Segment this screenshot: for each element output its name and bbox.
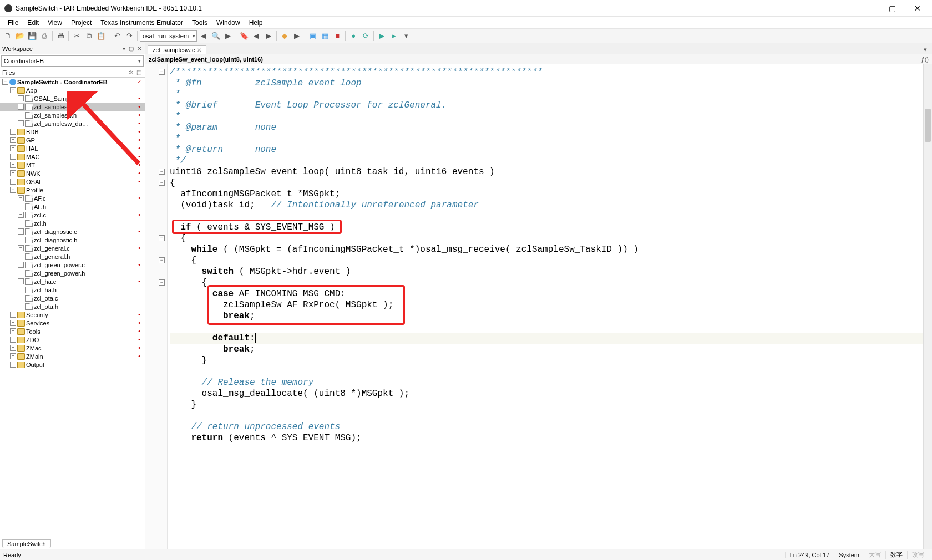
tree-item[interactable]: +ZMac•	[0, 344, 145, 352]
bookmark-prev-icon[interactable]: ◀	[251, 30, 262, 42]
ws-float-icon[interactable]: ▢	[128, 45, 135, 52]
tree-item[interactable]: zcl_ha.h	[0, 286, 145, 294]
tree-item[interactable]: +Security•	[0, 310, 145, 319]
tree-item[interactable]: +zcl_samplesw_da…•	[0, 119, 145, 128]
tree-toggle-icon[interactable]: +	[10, 137, 16, 143]
tab-close-icon[interactable]: ✕	[197, 47, 201, 53]
tree-toggle-icon[interactable]: +	[10, 154, 16, 160]
fold-toggle-icon[interactable]: −	[159, 235, 165, 241]
menu-file[interactable]: File	[3, 18, 23, 28]
gutter[interactable]: −−−−−−	[145, 64, 168, 549]
cut-icon[interactable]: ✂	[71, 30, 82, 42]
open-icon[interactable]: 📂	[14, 30, 26, 42]
debug-icon[interactable]: ⟳	[360, 30, 371, 42]
tree-item[interactable]: +zcl_diagnostic.c•	[0, 227, 145, 236]
code-line[interactable]: (void)task_id; // Intentionally unrefere…	[170, 200, 923, 211]
tree-item[interactable]: zcl_ota.c	[0, 294, 145, 302]
tree-item[interactable]: +GP•	[0, 136, 145, 144]
fold-toggle-icon[interactable]: −	[159, 169, 165, 175]
scrollbar-thumb[interactable]	[925, 109, 931, 142]
tree-toggle-icon[interactable]: +	[18, 104, 24, 110]
tree-item[interactable]: zcl_samplesw.h•	[0, 111, 145, 119]
tree-item[interactable]: +ZMain•	[0, 352, 145, 360]
tree-toggle-icon[interactable]: +	[10, 179, 16, 185]
tree-item[interactable]: +Tools•	[0, 327, 145, 335]
tree-item[interactable]: −Profile	[0, 186, 145, 194]
tree-item[interactable]: +Output	[0, 360, 145, 369]
save-all-icon[interactable]: ⎙	[39, 30, 50, 42]
tree-item[interactable]: AF.h	[0, 202, 145, 211]
files-cfg-icon[interactable]: ✲	[127, 69, 135, 75]
tree-item[interactable]: +zcl.c•	[0, 211, 145, 219]
menu-texas-instruments-emulator[interactable]: Texas Instruments Emulator	[96, 18, 188, 28]
workspace-tab[interactable]: SampleSwitch	[2, 539, 51, 548]
tree-toggle-icon[interactable]: +	[10, 162, 16, 168]
undo-icon[interactable]: ↶	[112, 30, 123, 42]
code-line[interactable]: *	[170, 133, 923, 144]
code-line[interactable]: {	[170, 255, 923, 266]
tree-toggle-icon[interactable]: +	[10, 362, 16, 368]
code-line[interactable]	[170, 366, 923, 377]
code-line[interactable]: }	[170, 399, 923, 410]
tree-item[interactable]: +BDB•	[0, 128, 145, 136]
editor-tab-active[interactable]: zcl_samplesw.c ✕	[148, 45, 206, 54]
function-nav-icon[interactable]: ƒ()	[921, 56, 929, 63]
download-icon[interactable]: ▶	[376, 30, 387, 42]
code-line[interactable]: *	[170, 89, 923, 100]
code-line[interactable]: // return unprocessed events	[170, 421, 923, 432]
tree-toggle-icon[interactable]: +	[10, 345, 16, 351]
breakpoint-icon[interactable]: ●	[348, 30, 359, 42]
code-line[interactable]: break;	[170, 344, 923, 355]
code-line[interactable]: *	[170, 111, 923, 122]
search-combo[interactable]: osal_run_system	[140, 30, 197, 42]
find-next-icon[interactable]: ▶	[222, 30, 234, 42]
tree-toggle-icon[interactable]: +	[10, 320, 16, 326]
tree-item[interactable]: +Services•	[0, 319, 145, 327]
vertical-scrollbar[interactable]	[923, 64, 932, 549]
fold-toggle-icon[interactable]: −	[159, 180, 165, 186]
maximize-button[interactable]: ▢	[884, 4, 900, 13]
tree-item[interactable]: zcl_general.h	[0, 252, 145, 261]
code-line[interactable]: uint16 zclSampleSw_event_loop( uint8 tas…	[170, 166, 923, 177]
tree-toggle-icon[interactable]: +	[10, 353, 16, 359]
tree-item[interactable]: zcl_green_power.h	[0, 269, 145, 277]
menu-tools[interactable]: Tools	[188, 18, 212, 28]
code-line[interactable]: * @brief Event Loop Processor for zclGen…	[170, 100, 923, 111]
close-button[interactable]: ✕	[910, 4, 925, 13]
tree-item[interactable]: +MT•	[0, 161, 145, 169]
download-debug-icon[interactable]: ▸	[388, 30, 399, 42]
menu-window[interactable]: Window	[212, 18, 245, 28]
tree-toggle-icon[interactable]: +	[10, 337, 16, 343]
tree-item[interactable]: +OSAL•	[0, 177, 145, 186]
tree-toggle-icon[interactable]: +	[10, 312, 16, 318]
tree-toggle-icon[interactable]: +	[18, 212, 24, 218]
code-line[interactable]: // Release the memory	[170, 377, 923, 388]
save-icon[interactable]: 💾	[27, 30, 38, 42]
menu-view[interactable]: View	[43, 18, 67, 28]
ws-close-icon[interactable]: ✕	[136, 45, 143, 52]
files-info-icon[interactable]: ⬚	[135, 69, 143, 75]
print-icon[interactable]: 🖶	[55, 30, 66, 42]
code-line[interactable]: osal_msg_deallocate( (uint8 *)MSGpkt );	[170, 388, 923, 399]
tree-item[interactable]: +zcl_general.c•	[0, 244, 145, 252]
minimize-button[interactable]: —	[859, 4, 874, 13]
compile-icon[interactable]: ▣	[307, 30, 318, 42]
config-combo[interactable]: CoordinatorEB	[1, 55, 144, 67]
code-line[interactable]: * @param none	[170, 122, 923, 133]
bookmark-toggle-icon[interactable]: 🔖	[239, 30, 250, 42]
tree-item[interactable]: zcl_diagnostic.h	[0, 236, 145, 244]
tree-toggle-icon[interactable]: −	[10, 187, 16, 193]
tree-toggle-icon[interactable]: +	[18, 262, 24, 268]
tree-item[interactable]: +ZDO•	[0, 335, 145, 344]
ws-dropdown-icon[interactable]: ▾	[121, 45, 126, 52]
code-line[interactable]: return (events ^ SYS_EVENT_MSG);	[170, 432, 923, 444]
tree-item[interactable]: zcl_ota.h	[0, 302, 145, 310]
stop-build-icon[interactable]: ■	[332, 30, 343, 42]
tree-toggle-icon[interactable]: +	[18, 120, 24, 126]
fold-toggle-icon[interactable]: −	[159, 69, 165, 75]
tree-item[interactable]: −App	[0, 86, 145, 94]
nav-fwd-icon[interactable]: ▶	[291, 30, 302, 42]
tree-toggle-icon[interactable]: +	[18, 278, 24, 284]
code-line[interactable]: * @return none	[170, 144, 923, 155]
tree-item[interactable]: zcl.h	[0, 219, 145, 227]
